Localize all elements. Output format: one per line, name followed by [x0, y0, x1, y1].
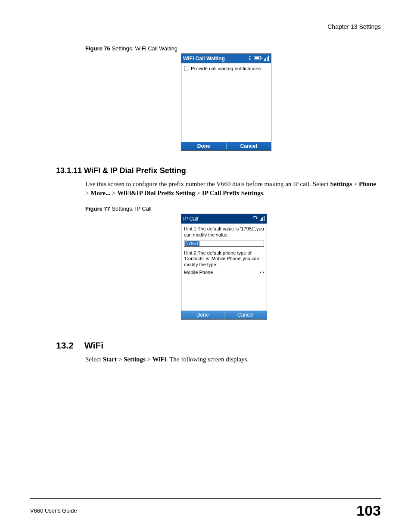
header-rule: [30, 33, 381, 33]
call-waiting-checkbox-row[interactable]: Provide call waiting notifications: [184, 66, 268, 71]
hint2-text: Hint 2:The default phone type of 'Contac…: [184, 250, 264, 268]
figure76-caption: Figure 76 Settings: WiFi Call Waiting: [85, 45, 381, 52]
cancel-button[interactable]: Cancel: [227, 142, 271, 150]
figure77-caption: Figure 77 Settings: IP Call: [85, 205, 381, 212]
signal-icon: [260, 216, 265, 222]
chapter-header: Chapter 13 Settings: [30, 23, 381, 30]
fig76-titlebar: WiFi Call Waiting: [181, 54, 271, 63]
section-13-2-text: Select Start > Settings > WiFi. The foll…: [85, 355, 377, 364]
done-button[interactable]: Done: [181, 311, 224, 319]
section-13-1-11-heading: 13.1.11 WiFI & IP Dial Prefix Setting: [56, 166, 381, 175]
svg-rect-3: [261, 57, 262, 59]
svg-marker-9: [256, 217, 257, 220]
left-right-arrow-icon: [260, 270, 264, 275]
cancel-button[interactable]: Cancel: [224, 311, 267, 319]
ip-prefix-input[interactable]: 17951: [184, 240, 264, 247]
phone-type-selector[interactable]: Mobile Phone: [184, 270, 264, 275]
fig77-titlebar: IP Call: [181, 214, 267, 224]
battery-icon: [254, 56, 262, 62]
sync-icon: [252, 216, 258, 222]
footer: V660 User's Guide 103: [30, 495, 381, 519]
svg-rect-6: [265, 58, 266, 61]
svg-marker-14: [260, 271, 261, 273]
fig76-body: Provide call waiting notifications: [181, 63, 271, 142]
fig77-softkeys: Done Cancel: [181, 311, 267, 319]
svg-rect-1: [249, 58, 250, 60]
svg-rect-4: [255, 57, 259, 59]
fig77-title: IP Call: [183, 216, 198, 222]
fig77-body: Hint 1:The default value is '17951',you …: [181, 224, 267, 311]
footer-rule: [30, 498, 381, 499]
svg-rect-10: [260, 220, 261, 221]
checkbox-icon[interactable]: [184, 66, 189, 71]
svg-rect-12: [262, 217, 263, 221]
svg-point-0: [249, 56, 251, 57]
status-icons-ip: [252, 216, 265, 222]
done-button[interactable]: Done: [181, 142, 226, 150]
svg-rect-7: [267, 57, 268, 61]
section-13-2-heading: 13.2 WiFi: [56, 340, 381, 351]
status-icons: [248, 56, 269, 62]
phone-type-value: Mobile Phone: [184, 270, 213, 275]
footer-guide: V660 User's Guide: [30, 507, 77, 514]
svg-marker-15: [263, 271, 265, 273]
fig76-softkeys: Done Cancel: [181, 142, 271, 150]
page: Chapter 13 Settings Figure 76 Settings: …: [0, 0, 411, 532]
figure76-phone: WiFi Call Waiting Provide call waiting n…: [181, 53, 271, 151]
checkbox-label: Provide call waiting notifications: [191, 66, 261, 71]
section-13-1-11-text: Use this screen to configure the prefix …: [85, 180, 377, 198]
page-number: 103: [356, 502, 381, 519]
svg-rect-8: [268, 56, 269, 61]
svg-rect-13: [264, 216, 265, 221]
svg-rect-11: [261, 218, 262, 221]
hint1-text: Hint 1:The default value is '17951',you …: [184, 226, 264, 238]
info-icon: [248, 56, 252, 62]
figure77-phone: IP Call Hint 1:The default value is '179…: [181, 214, 267, 320]
signal-icon: [264, 56, 269, 62]
fig76-title: WiFi Call Waiting: [183, 56, 225, 62]
svg-rect-5: [264, 59, 265, 61]
